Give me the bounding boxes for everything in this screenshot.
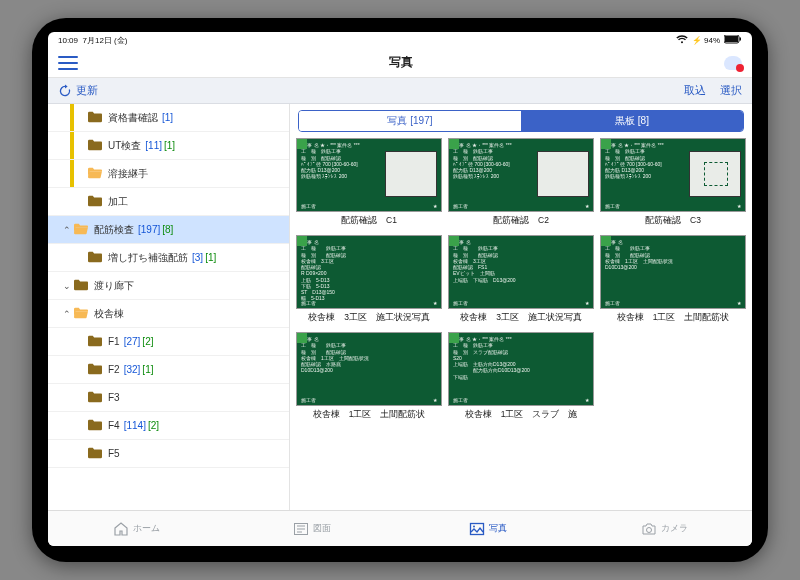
blackboard-card-3[interactable]: 工 事 名工 種 鉄筋工事種 別 配筋確認校舎棟 3工区配筋確認R D09×20…	[296, 235, 442, 324]
tree-row-10[interactable]: F3	[48, 384, 289, 412]
tree-row-7[interactable]: ⌃校舎棟	[48, 300, 289, 328]
count-secondary: [8]	[162, 224, 173, 235]
cloud-sync-icon[interactable]	[724, 56, 742, 70]
tree-row-3[interactable]: 加工	[48, 188, 289, 216]
tree-row-8[interactable]: F1[27][2]	[48, 328, 289, 356]
folder-icon	[88, 139, 108, 153]
refresh-label: 更新	[76, 83, 98, 98]
folder-icon	[74, 307, 94, 321]
tree-row-0[interactable]: 資格書確認[1]	[48, 104, 289, 132]
folder-icon	[88, 111, 108, 125]
count-secondary: [2]	[142, 336, 153, 347]
tree-row-2[interactable]: 溶接継手	[48, 160, 289, 188]
count-primary: [197]	[138, 224, 160, 235]
tree-color-bar	[70, 412, 74, 439]
board-diagram	[385, 151, 437, 197]
navbar: 写真	[48, 48, 752, 78]
blackboard-grid[interactable]: 工 事 名 ★・*** 案件名 ***工 種 鉄筋工事種 別 配筋確認ﾊﾟｲﾌﾟ…	[290, 136, 752, 510]
tab-home[interactable]: ホーム	[48, 511, 224, 546]
tree-color-bar	[70, 356, 74, 383]
tree-row-12[interactable]: F5	[48, 440, 289, 468]
board-diagram	[537, 151, 589, 197]
folder-tree[interactable]: 資格書確認[1]UT検査[11][1]溶接継手加工⌃配筋検査[197][8]増し…	[48, 104, 290, 510]
board-corner-icon	[297, 139, 307, 149]
status-bar: 10:09 7月12日 (金) ⚡ 94%	[48, 32, 752, 48]
menu-button[interactable]	[58, 56, 78, 70]
chevron-icon: ⌄	[60, 281, 74, 291]
folder-icon	[88, 167, 108, 181]
board-corner-icon	[297, 333, 307, 343]
battery-icon	[724, 35, 742, 46]
board-corner-icon	[601, 139, 611, 149]
tree-color-bar	[70, 104, 74, 131]
tree-label: UT検査	[108, 139, 141, 153]
tab-drawing[interactable]: 図面	[224, 511, 400, 546]
refresh-button[interactable]: 更新	[58, 83, 98, 98]
blackboard-image: 工 事 名 ★・*** 案件名 ***工 種 鉄筋工事種 別 配筋確認ﾊﾟｲﾌﾟ…	[296, 138, 442, 212]
tree-row-4[interactable]: ⌃配筋検査[197][8]	[48, 216, 289, 244]
blackboard-card-6[interactable]: 工 事 名工 種 鉄筋工事種 別 配筋確認校舎棟 1工区 土間配筋状況配筋確認 …	[296, 332, 442, 421]
toolbar: 更新 取込 選択	[48, 78, 752, 104]
blackboard-image: 工 事 名 ★・*** 案件名 ***工 種 鉄筋工事種 別 配筋確認ﾊﾟｲﾌﾟ…	[448, 138, 594, 212]
board-corner-icon	[449, 333, 459, 343]
count-secondary: [2]	[148, 420, 159, 431]
card-caption: 校舎棟 3工区 施工状況写真	[296, 312, 442, 324]
count-secondary: [1]	[205, 252, 216, 263]
tree-label: 加工	[108, 195, 128, 209]
card-caption: 校舎棟 3工区 施工状況写真	[448, 312, 594, 324]
svg-rect-1	[725, 36, 738, 42]
tree-label: 資格書確認	[108, 111, 158, 125]
folder-icon	[88, 251, 108, 265]
tree-label: F3	[108, 392, 120, 403]
refresh-icon	[58, 84, 72, 98]
drawing-icon	[293, 521, 309, 537]
count-primary: [27]	[124, 336, 141, 347]
tree-row-9[interactable]: F2[32][1]	[48, 356, 289, 384]
folder-icon	[88, 335, 108, 349]
blackboard-card-5[interactable]: 工 事 名工 種 鉄筋工事種 別 配筋確認校舎棟 1工区 土間配筋状況D10D1…	[600, 235, 746, 324]
import-button[interactable]: 取込	[684, 83, 706, 98]
svg-point-6	[646, 527, 651, 532]
count-primary: [11]	[145, 140, 162, 151]
count-primary: [3]	[192, 252, 203, 263]
tree-label: F5	[108, 448, 120, 459]
card-caption: 配筋確認 C1	[296, 215, 442, 227]
tree-row-11[interactable]: F4[114][2]	[48, 412, 289, 440]
blackboard-card-4[interactable]: 工 事 名工 種 鉄筋工事種 別 配筋確認校舎棟 3工区配筋確認 FS1EVピッ…	[448, 235, 594, 324]
blackboard-image: 工 事 名工 種 鉄筋工事種 別 配筋確認校舎棟 1工区 土間配筋状況D10D1…	[600, 235, 746, 309]
board-diagram	[689, 151, 741, 197]
folder-icon	[88, 195, 108, 209]
tree-row-6[interactable]: ⌄渡り廊下	[48, 272, 289, 300]
tree-row-1[interactable]: UT検査[11][1]	[48, 132, 289, 160]
blackboard-card-1[interactable]: 工 事 名 ★・*** 案件名 ***工 種 鉄筋工事種 別 配筋確認ﾊﾟｲﾌﾟ…	[448, 138, 594, 227]
board-corner-icon	[449, 236, 459, 246]
select-button[interactable]: 選択	[720, 83, 742, 98]
svg-rect-2	[740, 37, 742, 40]
card-caption: 校舎棟 1工区 土間配筋状	[600, 312, 746, 324]
tree-label: 溶接継手	[108, 167, 148, 181]
segment-photo[interactable]: 写真 [197]	[299, 111, 521, 131]
card-caption: 校舎棟 1工区 土間配筋状	[296, 409, 442, 421]
tree-color-bar	[70, 132, 74, 159]
tree-label: 渡り廊下	[94, 279, 134, 293]
count-primary: [114]	[124, 420, 146, 431]
tab-bar: ホーム 図面 写真 カメラ	[48, 510, 752, 546]
tree-label: 配筋検査	[94, 223, 134, 237]
blackboard-image: 工 事 名工 種 鉄筋工事種 別 配筋確認校舎棟 1工区 土間配筋状況配筋確認 …	[296, 332, 442, 406]
svg-point-5	[473, 525, 475, 527]
segment-blackboard[interactable]: 黒板 [8]	[521, 111, 743, 131]
tab-photo[interactable]: 写真	[400, 511, 576, 546]
blackboard-card-0[interactable]: 工 事 名 ★・*** 案件名 ***工 種 鉄筋工事種 別 配筋確認ﾊﾟｲﾌﾟ…	[296, 138, 442, 227]
count-primary: [1]	[162, 112, 173, 123]
board-corner-icon	[297, 236, 307, 246]
tree-label: 校舎棟	[94, 307, 124, 321]
blackboard-card-2[interactable]: 工 事 名 ★・*** 案件名 ***工 種 鉄筋工事種 別 配筋確認ﾊﾟｲﾌﾟ…	[600, 138, 746, 227]
tree-color-bar	[70, 160, 74, 187]
tree-row-5[interactable]: 増し打ち補強配筋[3][1]	[48, 244, 289, 272]
battery-level: ⚡ 94%	[692, 36, 720, 45]
tab-camera[interactable]: カメラ	[576, 511, 752, 546]
blackboard-card-7[interactable]: 工 事 名 ★・*** 案件名 ***工 種 鉄筋工事種 別 スラブ配筋確認S2…	[448, 332, 594, 421]
tree-label: F4	[108, 420, 120, 431]
tree-color-bar	[70, 188, 74, 215]
segmented-control: 写真 [197] 黒板 [8]	[298, 110, 744, 132]
